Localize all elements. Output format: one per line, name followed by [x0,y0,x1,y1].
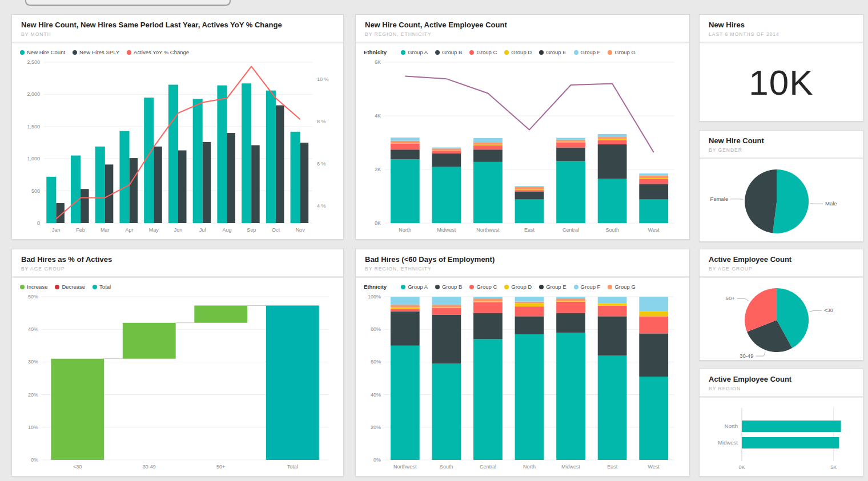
svg-text:Northwest: Northwest [393,464,417,470]
legend-item[interactable]: Group D [504,284,532,290]
svg-text:Northwest: Northwest [476,227,500,233]
tile-title: Bad Hires as % of Actives [21,255,334,264]
legend-item[interactable]: Decrease [55,284,85,290]
legend-item[interactable]: Group G [608,49,635,55]
svg-text:Jan: Jan [52,227,61,233]
legend-item[interactable]: Group G [608,284,635,290]
legend-dot-icon [401,50,405,55]
tile-title: Active Employee Count [709,255,854,264]
tile-title: New Hire Count, Active Employee Count [365,21,680,30]
svg-text:50+: 50+ [726,295,736,301]
scrollbar-fragment[interactable] [25,0,231,6]
svg-text:500: 500 [31,188,40,194]
svg-text:Oct: Oct [272,227,280,233]
svg-text:Apr: Apr [126,227,134,233]
age-pie-chart[interactable]: <3030-4950+ [706,280,856,358]
legend-dot-icon [127,50,131,55]
svg-text:20%: 20% [371,425,381,430]
tile-header: Active Employee Count BY REGION [700,369,863,398]
svg-text:Feb: Feb [76,227,85,233]
svg-text:Midwest: Midwest [718,439,738,446]
svg-text:Midwest: Midwest [437,227,456,233]
svg-text:100%: 100% [368,294,381,300]
svg-text:East: East [607,464,618,470]
tile-subtitle: LAST 6 MONTHS OF 2014 [709,31,854,37]
legend-title: Ethnicity [364,49,387,55]
legend-dot-icon [401,285,405,289]
legend: New Hire CountNew Hires SPLYActives YoY … [19,46,336,55]
tile-newhire-by-gender[interactable]: New Hire Count BY GENDER MaleFemale [699,130,863,242]
svg-text:Central: Central [480,464,496,470]
legend: IncreaseDecreaseTotal [19,280,336,290]
legend-dot-icon [504,50,509,55]
svg-text:North: North [725,423,738,429]
svg-text:30-49: 30-49 [740,353,753,358]
svg-text:0%: 0% [373,457,381,463]
svg-text:30-49: 30-49 [143,464,156,470]
svg-text:0K: 0K [375,220,381,226]
waterfall-chart[interactable]: 0%10%20%30%40%50%<3030-4950+Total [19,290,336,474]
tile-bad-hires-by-region[interactable]: Bad Hires (<60 Days of Employment) BY RE… [355,249,690,476]
legend-item[interactable]: Group C [469,284,497,290]
region-bar-chart[interactable]: 0K5KNorthMidwest [706,400,856,474]
svg-text:60%: 60% [371,359,381,365]
tile-new-hires-kpi[interactable]: New Hires LAST 6 MONTHS OF 2014 10K [699,14,863,122]
legend-item[interactable]: Total [93,284,111,290]
svg-text:Mar: Mar [101,227,110,233]
svg-text:5K: 5K [830,464,837,470]
svg-text:West: West [648,464,660,470]
svg-text:May: May [149,227,159,233]
legend-item[interactable]: Group A [401,49,428,55]
svg-text:South: South [605,227,619,233]
legend-item[interactable]: Group A [401,284,428,290]
tile-bad-hires-waterfall[interactable]: Bad Hires as % of Actives BY AGE GROUP I… [11,249,344,476]
gender-pie-chart[interactable]: MaleFemale [706,161,856,239]
tile-title: Bad Hires (<60 Days of Employment) [365,255,680,264]
svg-text:80%: 80% [371,326,381,332]
dashboard-page: { "palette":{"teal":"#01B8AA","dark":"#3… [0,0,868,481]
legend-dot-icon [574,285,578,289]
legend: EthnicityGroup AGroup BGroup CGroup DGro… [363,280,682,290]
tile-newhire-active-by-region[interactable]: New Hire Count, Active Employee Count BY… [355,14,690,240]
svg-text:<30: <30 [824,307,833,313]
svg-text:Jun: Jun [174,227,183,233]
svg-text:10 %: 10 % [317,76,329,82]
legend-dot-icon [539,285,544,289]
tile-active-by-region[interactable]: Active Employee Count BY REGION 0K5KNort… [699,369,863,476]
stacked-column-line-chart[interactable]: 0K2K4K6KNorthMidwestNorthwestEastCentral… [363,55,682,237]
legend-item[interactable]: Group E [539,49,566,55]
legend-item[interactable]: Group E [539,284,566,290]
tile-header: Bad Hires as % of Actives BY AGE GROUP [12,249,343,278]
svg-text:South: South [440,464,453,470]
legend-item[interactable]: Group F [574,284,601,290]
svg-text:40%: 40% [371,392,381,398]
legend-item[interactable]: Group F [574,49,601,55]
svg-text:4K: 4K [375,113,381,119]
tile-header: New Hire Count, New Hires Same Period La… [12,15,343,43]
combo-chart[interactable]: 05001,0001,5002,0002,5004 %6 %8 %10 %Jan… [19,55,336,237]
legend-dot-icon [20,50,25,55]
tile-title: New Hire Count, New Hires Same Period La… [21,21,334,30]
legend-dot-icon [608,50,612,55]
svg-text:20%: 20% [28,392,38,398]
tile-active-by-age[interactable]: Active Employee Count BY AGE GROUP <3030… [699,249,863,361]
legend-item[interactable]: Group D [504,49,532,55]
legend-item[interactable]: Group C [469,49,497,55]
legend-item[interactable]: New Hire Count [20,49,65,55]
svg-text:Nov: Nov [296,227,306,233]
legend-item[interactable]: Increase [20,284,47,290]
svg-text:Midwest: Midwest [561,464,581,470]
svg-text:0%: 0% [31,457,38,463]
svg-text:North: North [523,464,536,470]
legend-dot-icon [55,285,59,289]
svg-text:Sep: Sep [247,227,256,233]
stacked-100-column-chart[interactable]: 0%20%40%60%80%100%NorthwestSouthCentralN… [363,290,682,474]
legend-dot-icon [20,285,25,289]
svg-text:0K: 0K [738,464,745,470]
legend-item[interactable]: Actives YoY % Change [127,49,189,55]
legend-item[interactable]: New Hires SPLY [73,49,119,55]
legend-item[interactable]: Group B [435,284,462,290]
tile-new-hire-combo[interactable]: New Hire Count, New Hires Same Period La… [11,14,344,240]
legend-item[interactable]: Group B [435,49,462,55]
svg-text:Central: Central [562,227,579,233]
